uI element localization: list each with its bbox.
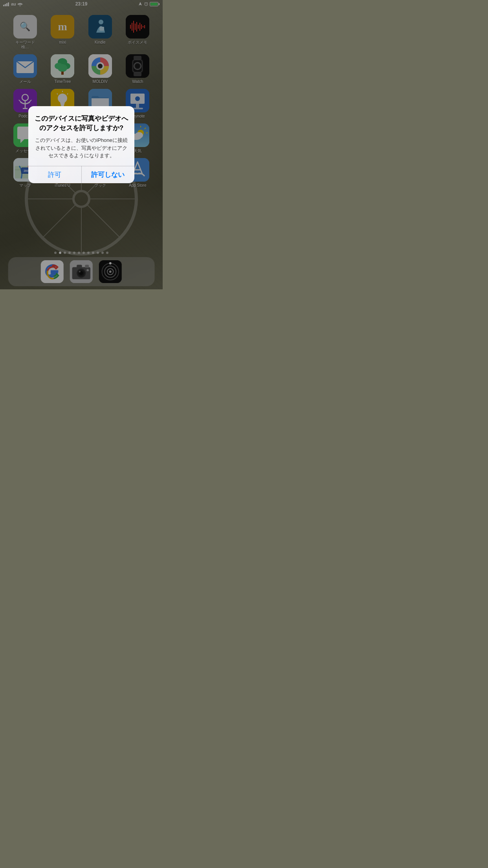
alert-allow-button[interactable]: 許可 bbox=[28, 166, 82, 183]
alert-title: このデバイスに写真やビデオへのアクセスを許可しますか? bbox=[35, 114, 128, 133]
alert-dialog: このデバイスに写真やビデオへのアクセスを許可しますか? このデバイスは、お使いの… bbox=[28, 106, 134, 184]
alert-buttons: 許可 許可しない bbox=[28, 166, 134, 183]
alert-content: このデバイスに写真やビデオへのアクセスを許可しますか? このデバイスは、お使いの… bbox=[28, 106, 134, 166]
alert-deny-button[interactable]: 許可しない bbox=[82, 166, 135, 183]
alert-overlay: このデバイスに写真やビデオへのアクセスを許可しますか? このデバイスは、お使いの… bbox=[0, 0, 163, 289]
alert-message: このデバイスは、お使いのiPhoneに接続されているときに、写真やビデオにアクセ… bbox=[35, 136, 128, 160]
